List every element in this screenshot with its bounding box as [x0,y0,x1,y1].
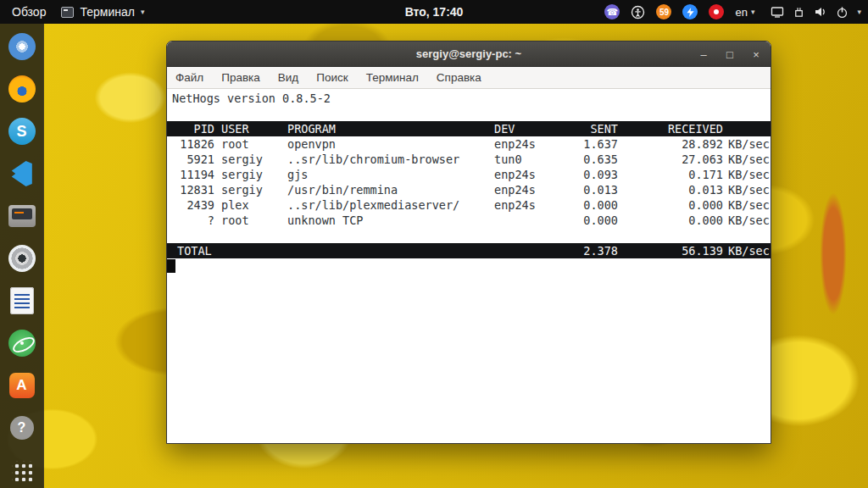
cell-received: 0.171 [618,167,723,182]
close-button[interactable]: × [750,49,762,60]
window-titlebar[interactable]: sergiy@sergiy-pc: ~ – □ × [167,42,771,67]
menu-file[interactable]: Файл [175,71,203,84]
cell-user: root [214,213,287,228]
cell-sent: 0.635 [565,152,618,167]
version-line: NetHogs version 0.8.5-2 [167,91,771,106]
cell-pid: 2439 [167,197,214,213]
red-status-icon[interactable] [709,4,724,19]
cell-received: 0.000 [618,213,723,228]
chevron-down-icon: ▾ [141,8,145,16]
skype-icon: S [8,118,36,145]
cell-user: sergiy [214,182,287,197]
phone-icon: ☎ [607,7,619,18]
dock-item-appgrid[interactable]: A [8,371,36,400]
cell-unit: KB/sec [723,213,771,228]
cell-dev: enp24s [491,136,565,152]
atom-icon [8,330,36,357]
cell-sent: 0.013 [565,182,618,197]
header-pid: PID [167,121,214,136]
viber-tray-icon[interactable]: ☎ [604,4,620,19]
volume-icon [814,5,827,19]
dock-item-vscode[interactable] [8,159,36,188]
cell-user: plex [214,197,287,213]
table-total-row: TOTAL 2.378 56.139 KB/sec [167,243,771,258]
cell-unit: KB/sec [723,182,771,197]
dock-item-terminal-app[interactable] [8,202,36,230]
chevron-down-icon: ▾ [857,8,861,16]
cell-pid: 11194 [167,167,214,182]
minimize-button[interactable]: – [698,49,709,60]
cell-program: openvpn [287,136,491,152]
dock-item-help[interactable]: ? [8,413,36,442]
accessibility-icon[interactable] [631,5,645,19]
cell-received: 28.892 [618,136,723,152]
table-row: 5921 sergiy ..sr/lib/chromium-browser tu… [167,152,771,167]
table-row: 2439 plex ..sr/lib/plexmediaserver/ enp2… [167,197,771,213]
dock-item-firefox[interactable] [8,75,36,103]
cell-user: sergiy [214,152,287,167]
cell-received: 0.000 [618,197,723,213]
header-program: PROGRAM [287,121,491,136]
menu-edit[interactable]: Правка [221,71,260,84]
language-label: en [735,6,747,19]
total-sent: 2.378 [565,243,618,258]
cell-received: 27.063 [618,152,723,167]
header-dev: DEV [491,121,565,136]
total-received: 56.139 [618,243,723,258]
terminal-icon [61,7,74,18]
maximize-button[interactable]: □ [724,49,736,60]
app-menu-label: Терминал [80,5,134,19]
app-menu[interactable]: Терминал ▾ [61,5,144,19]
chromium-icon [8,33,36,60]
dock: S A ? [0,24,44,488]
table-row: ? root unknown TCP 0.000 0.000 KB/sec [167,213,771,228]
help-icon: ? [10,416,34,440]
firefox-icon [8,75,36,103]
table-row: 11826 root openvpn enp24s 1.637 28.892 K… [167,136,771,152]
header-user: USER [214,121,287,136]
cell-received: 0.013 [618,182,723,197]
power-icon [836,6,849,19]
cell-dev: enp24s [491,197,565,213]
terminal-cursor [167,259,175,273]
cell-dev: enp24s [491,167,565,182]
chevron-down-icon: ▾ [751,8,755,16]
cell-unit: KB/sec [723,136,771,152]
menu-help[interactable]: Справка [437,71,481,84]
menu-view[interactable]: Вид [278,71,298,84]
clock[interactable]: Вто, 17:40 [405,5,464,19]
menu-terminal[interactable]: Терминал [366,71,419,84]
keyboard-layout-indicator[interactable]: en ▾ [735,6,754,19]
cell-user: sergiy [214,167,287,182]
dock-item-chromium[interactable] [8,32,36,61]
menu-search[interactable]: Поиск [316,71,348,84]
total-unit: KB/sec [723,243,771,258]
window-title: sergiy@sergiy-pc: ~ [416,47,521,60]
updates-badge[interactable]: 59 [656,4,671,19]
terminal-app-icon [8,205,36,227]
table-header-row: PID USER PROGRAM DEV SENT RECEIVED [167,121,771,136]
display-icon [771,5,784,19]
dock-item-camera[interactable] [8,244,36,273]
cell-user: root [214,136,287,152]
show-applications-button[interactable] [12,461,32,481]
system-menu[interactable]: ▾ [765,5,861,19]
activities-button[interactable]: Обзор [12,5,46,19]
table-row: 11194 sergiy gjs enp24s 0.093 0.171 KB/s… [167,167,771,182]
cell-unit: KB/sec [723,197,771,213]
cell-unit: KB/sec [723,167,771,182]
header-received: RECEIVED [618,121,723,136]
terminal-output[interactable]: NetHogs version 0.8.5-2 PID USER PROGRAM… [167,89,771,443]
cell-program: unknown TCP [287,213,491,228]
cell-sent: 0.000 [565,213,618,228]
writer-icon [10,287,34,314]
cell-unit: KB/sec [723,152,771,167]
bolt-tray-icon[interactable] [682,4,698,19]
cell-sent: 0.000 [565,197,618,213]
dock-item-atom[interactable] [8,329,36,358]
cell-program: ..sr/lib/plexmediaserver/ [287,197,491,213]
cell-pid: 12831 [167,182,214,197]
dock-item-writer[interactable] [8,286,36,315]
dock-item-skype[interactable]: S [8,117,36,146]
cell-pid: ? [167,213,214,228]
